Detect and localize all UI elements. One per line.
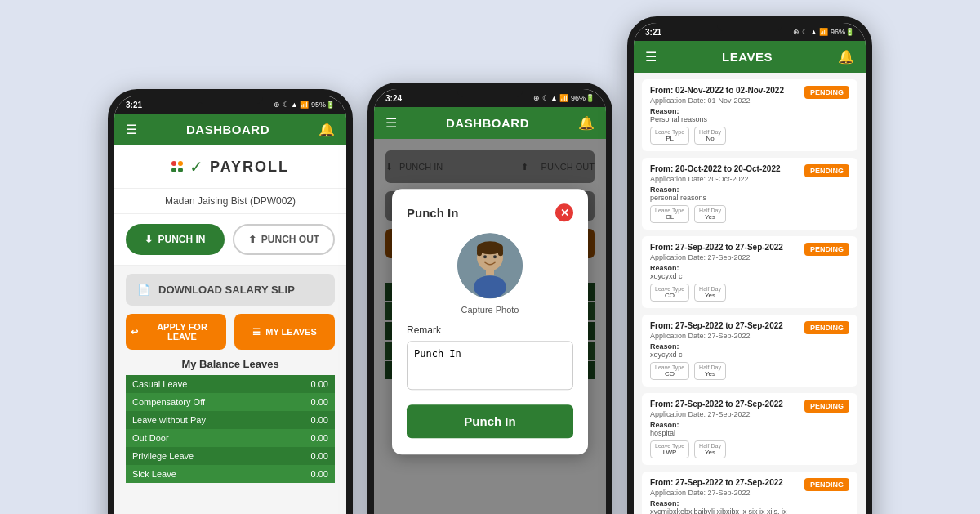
balance-row: Casual Leave0.00: [126, 375, 335, 393]
remark-input[interactable]: Punch In: [407, 341, 573, 390]
menu-icon-1[interactable]: ☰: [126, 122, 137, 137]
checkmark-icon: ✓: [189, 157, 203, 177]
leave-right-1: PENDING: [804, 164, 849, 177]
leave-reason-1: personal reasons: [650, 194, 798, 202]
apply-icon: ↩: [131, 327, 138, 337]
bell-icon-2[interactable]: 🔔: [578, 115, 595, 131]
leave-date-3: From: 27-Sep-2022 to 27-Sep-2022: [650, 321, 798, 330]
svg-rect-4: [498, 248, 503, 256]
leave-meta-2: Leave Type CO Half Day Yes: [650, 284, 798, 302]
time-2: 3:24: [385, 94, 402, 103]
my-leaves-label: MY LEAVES: [265, 327, 317, 337]
leave-value-cell: 0.00: [280, 447, 335, 465]
status-icons-3: ⊕ ☾ ▲ 📶 96%🔋: [793, 28, 854, 36]
leave-card: From: 27-Sep-2022 to 27-Sep-2022 Applica…: [642, 315, 858, 387]
time-1: 3:21: [126, 101, 142, 110]
leave-right-4: PENDING: [804, 400, 849, 413]
avatar-circle: [457, 233, 523, 298]
leave-reason-4: hospital: [650, 429, 798, 437]
balance-row: Out Door0.00: [126, 429, 335, 447]
leave-type-meta-1: Leave Type CL: [650, 205, 689, 223]
phone-leaves: 3:21 ⊕ ☾ ▲ 📶 96%🔋 ☰ LEAVES 🔔 From: 02-No…: [627, 16, 872, 514]
leave-type-cell: Out Door: [126, 429, 280, 447]
leave-type-meta-4: Leave Type LWP: [650, 440, 689, 458]
notch: [198, 96, 263, 104]
leave-date-5: From: 27-Sep-2022 to 27-Sep-2022: [650, 478, 798, 487]
header-bar-3: ☰ LEAVES 🔔: [634, 41, 866, 73]
svg-point-6: [474, 275, 506, 298]
user-name: Madan Jaising Bist (DPW002): [165, 195, 296, 207]
leave-date-4: From: 27-Sep-2022 to 27-Sep-2022: [650, 400, 798, 409]
leave-right-2: PENDING: [804, 243, 849, 256]
balance-table: Casual Leave0.00Compensatory Off0.00Leav…: [126, 375, 335, 483]
leave-value-cell: 0.00: [280, 375, 335, 393]
balance-row: Compensatory Off0.00: [126, 393, 335, 411]
leave-appdate-0: Application Date: 01-Nov-2022: [650, 96, 798, 105]
punch-buttons-row: ⬇ PUNCH IN ⬆ PUNCH OUT: [114, 214, 346, 266]
punch-in-icon: ⬇: [145, 234, 153, 245]
leave-date-0: From: 02-Nov-2022 to 02-Nov-2022: [650, 86, 798, 95]
dialog-phone-content: ⬇PUNCH IN⬆PUNCH OUT My Balance Leaves Ca…: [374, 139, 606, 514]
leave-type-cell: Casual Leave: [126, 375, 280, 393]
leave-type-cell: Leave without Pay: [126, 411, 280, 429]
leave-meta-0: Leave Type PL Half Day No: [650, 127, 798, 145]
dialog-close-button[interactable]: ✕: [555, 203, 573, 221]
half-day-meta-2: Half Day Yes: [694, 284, 726, 302]
punch-in-button[interactable]: ⬇ PUNCH IN: [126, 224, 225, 255]
balance-row: Leave without Pay0.00: [126, 411, 335, 429]
download-slip-btn[interactable]: 📄 DOWNLOAD SALARY SLIP: [126, 274, 335, 306]
leave-value-cell: 0.00: [280, 429, 335, 447]
leave-info-0: From: 02-Nov-2022 to 02-Nov-2022 Applica…: [650, 86, 798, 145]
leave-reason-label-5: Reason:: [650, 498, 798, 507]
pending-badge-2: PENDING: [804, 243, 849, 256]
header-bar-1: ☰ DASHBOARD 🔔: [114, 114, 346, 145]
menu-icon-3[interactable]: ☰: [645, 49, 657, 65]
balance-row: Sick Leave0.00: [126, 465, 335, 483]
leave-meta-1: Leave Type CL Half Day Yes: [650, 205, 798, 223]
leaves-icon: ☰: [252, 327, 261, 337]
action-row: ↩ APPLY FOR LEAVE ☰ MY LEAVES: [114, 314, 346, 350]
dialog-title: Punch In: [407, 206, 458, 220]
header-title-3: LEAVES: [722, 50, 773, 64]
my-leaves-button[interactable]: ☰ MY LEAVES: [234, 314, 335, 350]
dialog-header: Punch In ✕: [407, 203, 573, 221]
leave-appdate-4: Application Date: 27-Sep-2022: [650, 410, 798, 418]
leave-right-0: PENDING: [804, 86, 849, 99]
pending-badge-0: PENDING: [804, 86, 849, 99]
leave-reason-label-2: Reason:: [650, 263, 798, 272]
leave-value-cell: 0.00: [280, 465, 335, 483]
apply-leave-button[interactable]: ↩ APPLY FOR LEAVE: [126, 314, 226, 350]
download-icon: 📄: [137, 284, 150, 296]
half-day-meta-1: Half Day Yes: [694, 205, 726, 223]
leave-type-meta-3: Leave Type CO: [650, 362, 689, 380]
leave-card: From: 27-Sep-2022 to 27-Sep-2022 Applica…: [642, 236, 858, 308]
bell-icon-3[interactable]: 🔔: [838, 49, 854, 65]
leave-reason-label-4: Reason:: [650, 420, 798, 429]
leave-reason-label-1: Reason:: [650, 185, 798, 194]
pending-badge-1: PENDING: [804, 164, 849, 177]
punch-in-dialog: Punch In ✕: [392, 189, 588, 454]
leave-info-5: From: 27-Sep-2022 to 27-Sep-2022 Applica…: [650, 478, 798, 514]
leave-value-cell: 0.00: [280, 411, 335, 429]
leave-type-cell: Compensatory Off: [126, 393, 280, 411]
pending-badge-3: PENDING: [804, 321, 849, 334]
leave-card: From: 27-Sep-2022 to 27-Sep-2022 Applica…: [642, 393, 858, 465]
half-day-meta-3: Half Day Yes: [694, 362, 726, 380]
leave-reason-label-0: Reason:: [650, 106, 798, 115]
svg-point-7: [483, 255, 487, 258]
leave-type-meta-0: Leave Type PL: [650, 127, 689, 145]
balance-title: My Balance Leaves: [126, 358, 335, 370]
svg-rect-3: [477, 248, 482, 256]
leave-type-meta-2: Leave Type CO: [650, 284, 689, 302]
logo-dots: [172, 161, 183, 172]
leave-appdate-1: Application Date: 20-Oct-2022: [650, 175, 798, 183]
punch-out-button[interactable]: ⬆ PUNCH OUT: [233, 224, 335, 255]
header-title-2: DASHBOARD: [446, 116, 529, 130]
dialog-punch-in-button[interactable]: Punch In: [407, 404, 573, 438]
bell-icon-1[interactable]: 🔔: [318, 122, 335, 137]
leave-date-1: From: 20-Oct-2022 to 20-Oct-2022: [650, 164, 798, 173]
logo-area: ✓ PAYROLL: [114, 145, 346, 189]
capture-photo-label: Capture Photo: [407, 305, 573, 315]
menu-icon-2[interactable]: ☰: [385, 115, 397, 131]
leave-type-cell: Sick Leave: [126, 465, 280, 483]
